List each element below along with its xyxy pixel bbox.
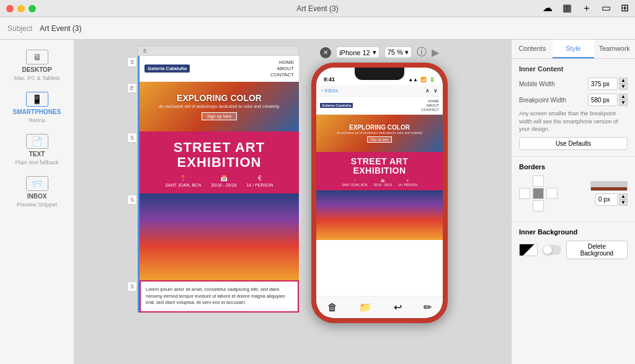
phone-pink-section: STREET ARTEXHIBITION 📍 SANT JOAN, BCN 📅 … (316, 152, 443, 190)
phone-trash-icon[interactable]: 🗑 (327, 302, 337, 313)
subject-label: Subject (7, 24, 32, 33)
phone-frame: 9:41 ▲▲ 📶 🔋 ‹ Inbox ∧ ∨ (311, 63, 448, 323)
border-color-picker[interactable] (590, 181, 628, 191)
price-icon: € (258, 175, 262, 182)
tab-contents[interactable]: Contents (512, 40, 553, 58)
use-defaults-button[interactable]: Use Defaults (519, 137, 628, 150)
phone-bottom-bar: 🗑 📁 ↩ ✏ (316, 296, 443, 318)
breakpoint-width-up[interactable]: ▲ (619, 94, 628, 100)
border-bottom-control[interactable] (546, 188, 557, 199)
border-all-control[interactable] (533, 188, 544, 199)
phone-info-button[interactable]: ⓘ (417, 46, 427, 59)
mobile-width-down[interactable]: ▼ (619, 84, 628, 90)
border-bottom-inner[interactable] (533, 200, 544, 211)
grid-icon[interactable]: ⊞ (621, 2, 629, 15)
breakpoint-width-stepper: ▲ ▼ (619, 94, 628, 106)
close-dot[interactable] (6, 5, 14, 12)
phone-nav-home: HOME (428, 99, 439, 103)
breakpoint-width-down[interactable]: ▼ (619, 100, 628, 106)
phone-nav-links: HOME ABOUT CONTACT (421, 99, 439, 112)
inner-content-title: Inner Content (519, 65, 628, 73)
phone-prev-icon[interactable]: ∧ (425, 87, 430, 94)
tab-style-label: Style (566, 45, 580, 52)
sidebar-item-inbox[interactable]: 📨 INBOX Preview Snippet (0, 171, 74, 213)
background-toggle[interactable] (543, 245, 561, 255)
mobile-width-input[interactable] (588, 78, 618, 90)
tab-style[interactable]: Style (553, 40, 593, 58)
phone-zoom-selector[interactable]: 75 % ▾ (384, 47, 412, 58)
border-top-control[interactable] (519, 188, 530, 199)
price-text: 14 / PERSON (246, 183, 273, 187)
titlebar-actions: ☁ ▦ ＋ ▭ ⊞ (543, 2, 629, 15)
borders-section: Borders (512, 157, 635, 222)
ruler: 5 (138, 46, 299, 56)
email-preview-panel: 5 S Galería Cataluña HOME ABOUT CONTACT … (138, 46, 299, 313)
cloud-icon[interactable]: ☁ (543, 2, 553, 15)
tab-teamwork[interactable]: Teamwork (594, 40, 635, 58)
phone-folder-icon[interactable]: 📁 (359, 301, 371, 313)
border-width-group: ▲ ▼ (595, 193, 628, 206)
smartphone-icon: 📱 (26, 92, 48, 107)
border-width-down[interactable]: ▼ (619, 200, 628, 206)
view-sidebar: 🖥 DESKTOP Mac, PC & Tablets 📱 SMARTPHONE… (0, 40, 74, 364)
tab-contents-label: Contents (518, 45, 546, 52)
phone-model-selector[interactable]: iPhone 12 ▾ (336, 47, 380, 58)
text-icon: 📄 (26, 134, 48, 149)
nav-about: ABOUT (277, 66, 294, 71)
phone-reply-icon[interactable]: ↩ (394, 301, 402, 313)
hero-subtitle: An exclusive set of workshops dedicated … (159, 104, 279, 109)
border-width-up[interactable]: ▲ (619, 193, 628, 200)
email-section-art: S (138, 193, 299, 280)
inbox-icon: 📨 (26, 176, 48, 191)
sidebar-item-desktop[interactable]: 🖥 DESKTOP Mac, PC & Tablets (0, 45, 74, 87)
layout-icon[interactable]: ▦ (562, 2, 572, 15)
phone-email-actions: ∧ ∨ (425, 87, 438, 94)
inbox-label: INBOX (27, 193, 47, 200)
mobile-width-up[interactable]: ▲ (619, 78, 628, 84)
text-sublabel: Plain text fallback (15, 160, 58, 166)
main-area: 🖥 DESKTOP Mac, PC & Tablets 📱 SMARTPHONE… (0, 40, 635, 364)
borders-controls-row: ▲ ▼ (519, 175, 628, 211)
phone-hero-title: EXPLORING COLOR (349, 124, 410, 131)
sidebar-item-text[interactable]: 📄 TEXT Plain text fallback (0, 129, 74, 171)
gallery-logo: Galería Cataluña (144, 64, 190, 73)
delete-background-button[interactable]: Delete Background (566, 241, 628, 259)
phone-hero-cta[interactable]: Sign up here (367, 136, 392, 143)
section-marker-lorem: S (127, 282, 137, 291)
battery-icon: 🔋 (429, 77, 435, 82)
pink-section-title: STREET ARTEXHIBITION (144, 140, 294, 170)
plus-icon[interactable]: ＋ (582, 2, 592, 15)
background-color-swatch[interactable] (519, 244, 538, 256)
border-color-preview (591, 187, 627, 190)
phone-nav-contact: CONTACT (421, 108, 439, 112)
email-section-hero: E EXPLORING COLOR An exclusive set of wo… (138, 82, 299, 131)
minimize-dot[interactable] (17, 5, 25, 12)
phone-notch (355, 68, 404, 80)
border-width-input[interactable] (595, 193, 618, 206)
phone-next-icon[interactable]: ∨ (433, 87, 438, 94)
window-controls (6, 5, 36, 12)
phone-compose-icon[interactable]: ✏ (424, 301, 432, 313)
document-toolbar: Subject Art Event (3) (0, 17, 635, 40)
phone-location-info: 📍 SANT JOAN, BCN (342, 179, 367, 187)
email-nav: HOME ABOUT CONTACT (270, 60, 294, 78)
border-width-stepper: ▲ ▼ (619, 193, 628, 206)
phone-nav-right-icon[interactable]: ▶ (432, 47, 439, 58)
wifi-icon: ▲▲ (408, 77, 418, 82)
hero-cta-button[interactable]: Sign up here (202, 112, 238, 120)
email-header: Galería Cataluña HOME ABOUT CONTACT (140, 56, 299, 82)
phone-pink-title: STREET ARTEXHIBITION (320, 157, 439, 176)
sidebar-item-smartphones[interactable]: 📱 SMARTPHONES Retina (0, 87, 74, 129)
phone-price-info: € 14 / PERSON (398, 179, 417, 187)
phone-close-button[interactable]: ✕ (320, 47, 331, 58)
pink-icons-row: 📍 SANT JOAN, BCN 📅 20/18 - 29/18 € 14 / … (144, 175, 294, 187)
right-panel-tabs: Contents Style Teamwork (512, 40, 635, 59)
phone-model-label: iPhone 12 (339, 49, 370, 56)
sidebar-icon[interactable]: ▭ (602, 2, 611, 15)
phone-back-button[interactable]: ‹ Inbox (321, 87, 339, 94)
border-top-inner[interactable] (533, 175, 544, 187)
maximize-dot[interactable] (29, 5, 36, 12)
mobile-width-label: Mobile Width (519, 81, 555, 87)
breakpoint-width-input[interactable] (588, 94, 618, 106)
mobile-width-input-group: ▲ ▼ (588, 78, 628, 90)
